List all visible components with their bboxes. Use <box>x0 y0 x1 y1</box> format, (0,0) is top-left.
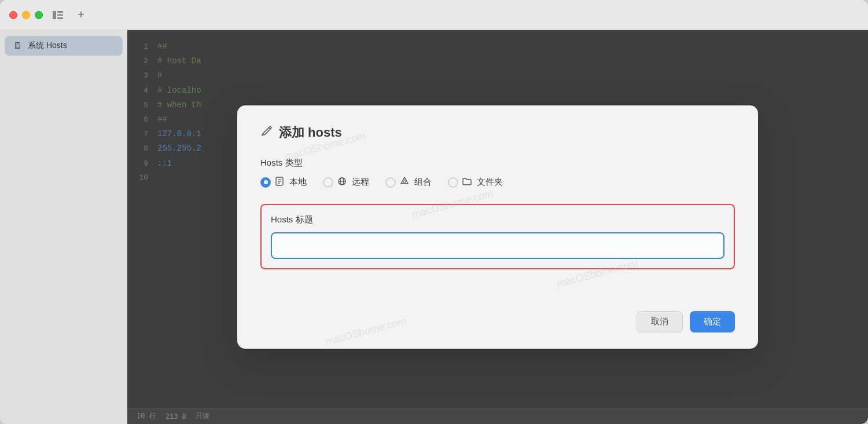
radio-group-circle <box>385 177 396 188</box>
add-tab-button[interactable]: + <box>73 7 89 23</box>
svg-rect-2 <box>57 14 63 16</box>
confirm-button[interactable]: 确定 <box>690 311 735 332</box>
edit-icon <box>260 125 273 141</box>
modal-footer: 取消 确定 <box>260 302 735 332</box>
modal-dialog: macOShome.com macOShome.com macOShome.co… <box>237 105 758 349</box>
title-bar: + <box>0 0 868 30</box>
radio-group-label: 组合 <box>414 177 432 188</box>
svg-rect-0 <box>53 11 56 19</box>
sidebar-item-system-hosts[interactable]: 🖥 系统 Hosts <box>5 36 123 56</box>
svg-rect-1 <box>57 11 63 13</box>
radio-folder-label: 文件夹 <box>477 177 503 188</box>
plus-icon: + <box>78 8 84 21</box>
modal-overlay: macOShome.com macOShome.com macOShome.co… <box>127 30 868 424</box>
sidebar-toggle-button[interactable] <box>50 7 66 23</box>
hosts-title-label: Hosts 标题 <box>271 214 724 225</box>
local-icon <box>275 177 284 188</box>
app-window: + 🖥 系统 Hosts 1 ## 2 # Host Da <box>0 0 868 424</box>
traffic-lights <box>9 11 43 19</box>
radio-local[interactable]: 本地 <box>260 177 307 188</box>
hosts-title-section: Hosts 标题 <box>260 204 735 269</box>
svg-rect-3 <box>57 17 63 19</box>
maximize-button[interactable] <box>35 11 43 19</box>
hosts-type-label: Hosts 类型 <box>260 158 735 169</box>
cancel-button[interactable]: 取消 <box>637 311 683 332</box>
hosts-type-radio-group: 本地 远程 <box>260 177 735 188</box>
folder-icon <box>462 177 472 188</box>
monitor-icon: 🖥 <box>13 41 22 51</box>
hosts-title-input[interactable] <box>271 232 724 259</box>
radio-group[interactable]: 组合 <box>385 177 432 188</box>
radio-local-circle <box>260 177 271 188</box>
radio-remote[interactable]: 远程 <box>323 177 369 188</box>
remote-icon <box>337 177 347 188</box>
radio-remote-circle <box>323 177 333 188</box>
main-content: 🖥 系统 Hosts 1 ## 2 # Host Da 3 # <box>0 30 868 424</box>
radio-local-label: 本地 <box>289 177 307 188</box>
radio-remote-label: 远程 <box>352 177 369 188</box>
sidebar-item-label: 系统 Hosts <box>28 41 67 51</box>
editor-area: 1 ## 2 # Host Da 3 # 4 # localho 5 # w <box>127 30 868 424</box>
minimize-button[interactable] <box>22 11 30 19</box>
sidebar: 🖥 系统 Hosts <box>0 30 127 424</box>
radio-folder[interactable]: 文件夹 <box>448 177 503 188</box>
modal-title: 添加 hosts <box>260 124 735 141</box>
group-icon <box>400 177 409 188</box>
radio-folder-circle <box>448 177 458 188</box>
modal-title-text: 添加 hosts <box>279 124 342 141</box>
close-button[interactable] <box>9 11 17 19</box>
